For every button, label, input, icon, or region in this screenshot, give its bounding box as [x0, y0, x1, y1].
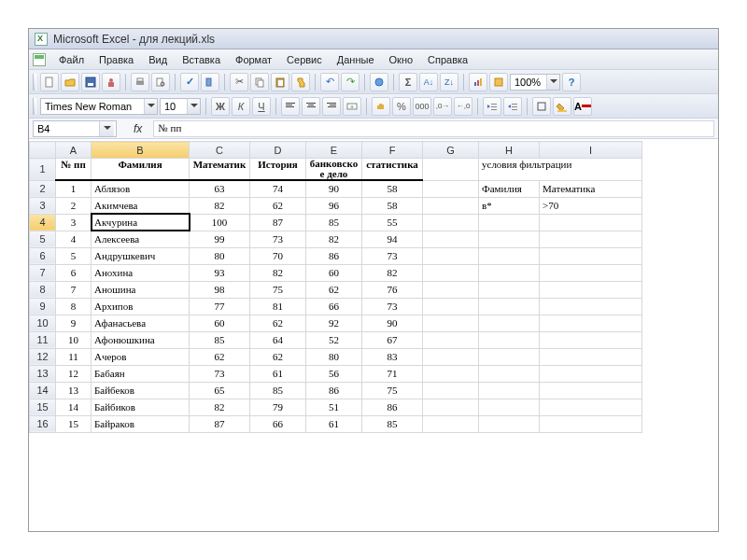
cell-C8[interactable]: 98	[190, 281, 250, 298]
autosum-icon[interactable]: Σ	[399, 73, 417, 91]
cell-D16[interactable]: 66	[250, 415, 306, 432]
redo-icon[interactable]: ↷	[341, 73, 359, 91]
chevron-down-icon[interactable]	[99, 121, 114, 136]
column-header-G[interactable]: G	[423, 142, 479, 159]
cell-I10[interactable]	[540, 315, 642, 331]
cell-B10[interactable]: Афанасьева	[92, 315, 190, 331]
row-header-2[interactable]: 2	[30, 180, 56, 197]
cell-C11[interactable]: 85	[190, 331, 250, 348]
cell-I14[interactable]	[540, 382, 642, 399]
column-header-A[interactable]: A	[56, 142, 92, 159]
percent-icon[interactable]: %	[392, 97, 411, 116]
row-header-12[interactable]: 12	[30, 348, 56, 365]
cell-F5[interactable]: 94	[362, 231, 423, 247]
cell-I9[interactable]	[540, 298, 642, 315]
cell-C13[interactable]: 73	[190, 365, 250, 382]
menu-format[interactable]: Формат	[228, 52, 279, 67]
cell-B1[interactable]: Фамилия	[92, 159, 190, 181]
row-header-16[interactable]: 16	[30, 415, 56, 432]
name-box[interactable]	[33, 120, 117, 137]
row-header-6[interactable]: 6	[30, 247, 56, 264]
cell-I12[interactable]	[540, 348, 642, 365]
cell-E13[interactable]: 56	[306, 365, 362, 382]
column-header-F[interactable]: F	[362, 142, 423, 159]
row-header-7[interactable]: 7	[30, 264, 56, 281]
cell-C16[interactable]: 87	[190, 415, 250, 432]
cell-B4[interactable]: Акчурина	[92, 214, 190, 231]
row-header-4[interactable]: 4	[30, 214, 56, 231]
cell-C14[interactable]: 65	[190, 382, 250, 399]
comma-icon[interactable]: 000	[413, 97, 431, 116]
format-painter-icon[interactable]	[291, 73, 310, 91]
cell-A9[interactable]: 8	[56, 298, 92, 315]
cell-F4[interactable]: 55	[362, 214, 423, 231]
cell-F1[interactable]: статистика	[362, 159, 423, 181]
cell-B15[interactable]: Байбиков	[92, 399, 190, 415]
chevron-down-icon[interactable]	[144, 99, 157, 114]
column-header-H[interactable]: H	[479, 142, 540, 159]
cell-G11[interactable]	[423, 331, 479, 348]
cell-G3[interactable]	[423, 197, 479, 214]
cell-I5[interactable]	[540, 231, 642, 247]
cell-I11[interactable]	[540, 331, 642, 348]
cell-H12[interactable]	[479, 348, 540, 365]
cell-C3[interactable]: 82	[190, 197, 250, 214]
cell-H6[interactable]	[479, 247, 540, 264]
cell-D14[interactable]: 85	[250, 382, 306, 399]
cell-I15[interactable]	[540, 399, 642, 415]
menu-insert[interactable]: Вставка	[175, 52, 228, 67]
cell-H3[interactable]: в*	[479, 197, 540, 214]
cell-G1[interactable]	[423, 159, 479, 181]
cell-H2[interactable]: Фамилия	[479, 180, 540, 197]
row-header-1[interactable]: 1	[30, 159, 56, 181]
cell-G2[interactable]	[423, 180, 479, 197]
cell-H4[interactable]	[479, 214, 540, 231]
cell-B3[interactable]: Акимчева	[92, 197, 190, 214]
cell-D4[interactable]: 87	[250, 214, 306, 231]
cell-E3[interactable]: 96	[306, 197, 362, 214]
cell-A1[interactable]: № пп	[56, 159, 92, 181]
cell-B5[interactable]: Алексеева	[92, 231, 190, 247]
name-box-input[interactable]	[34, 121, 99, 136]
column-header-B[interactable]: B	[92, 142, 190, 159]
cell-E11[interactable]: 52	[306, 331, 362, 348]
cell-D1[interactable]: История	[250, 159, 306, 181]
cell-H7[interactable]	[479, 264, 540, 281]
cell-B12[interactable]: Ачеров	[92, 348, 190, 365]
undo-icon[interactable]: ↶	[320, 73, 339, 91]
cell-I7[interactable]	[540, 264, 642, 281]
cell-I13[interactable]	[540, 365, 642, 382]
font-name-input[interactable]	[41, 99, 144, 114]
cell-F15[interactable]: 86	[362, 399, 423, 415]
row-header-5[interactable]: 5	[30, 231, 56, 247]
column-header-E[interactable]: E	[306, 142, 362, 159]
cell-H8[interactable]	[479, 281, 540, 298]
cell-F13[interactable]: 71	[362, 365, 423, 382]
cell-G10[interactable]	[423, 315, 479, 331]
research-icon[interactable]	[201, 73, 219, 91]
cell-G14[interactable]	[423, 382, 479, 399]
increase-decimal-icon[interactable]: ,0→	[433, 97, 452, 116]
row-header-9[interactable]: 9	[30, 298, 56, 315]
font-name-combo[interactable]	[40, 98, 158, 115]
cell-C7[interactable]: 93	[190, 264, 250, 281]
cell-A8[interactable]: 7	[56, 281, 92, 298]
cell-E14[interactable]: 86	[306, 382, 362, 399]
cell-C1[interactable]: Математик	[190, 159, 250, 181]
menu-edit[interactable]: Правка	[92, 52, 141, 67]
paste-icon[interactable]	[271, 73, 289, 91]
cell-G5[interactable]	[423, 231, 479, 247]
hyperlink-icon[interactable]	[370, 73, 388, 91]
cell-E5[interactable]: 82	[306, 231, 362, 247]
cell-H5[interactable]	[479, 231, 540, 247]
cell-A6[interactable]: 5	[56, 247, 92, 264]
cell-G8[interactable]	[423, 281, 479, 298]
zoom-input[interactable]	[511, 75, 546, 90]
cell-B13[interactable]: Бабаян	[92, 365, 190, 382]
font-size-input[interactable]	[161, 99, 187, 114]
cell-E4[interactable]: 85	[306, 214, 362, 231]
cell-F2[interactable]: 58	[362, 180, 423, 197]
borders-icon[interactable]	[532, 97, 551, 116]
formula-bar[interactable]: № пп	[153, 120, 714, 137]
italic-button[interactable]: К	[232, 97, 250, 116]
